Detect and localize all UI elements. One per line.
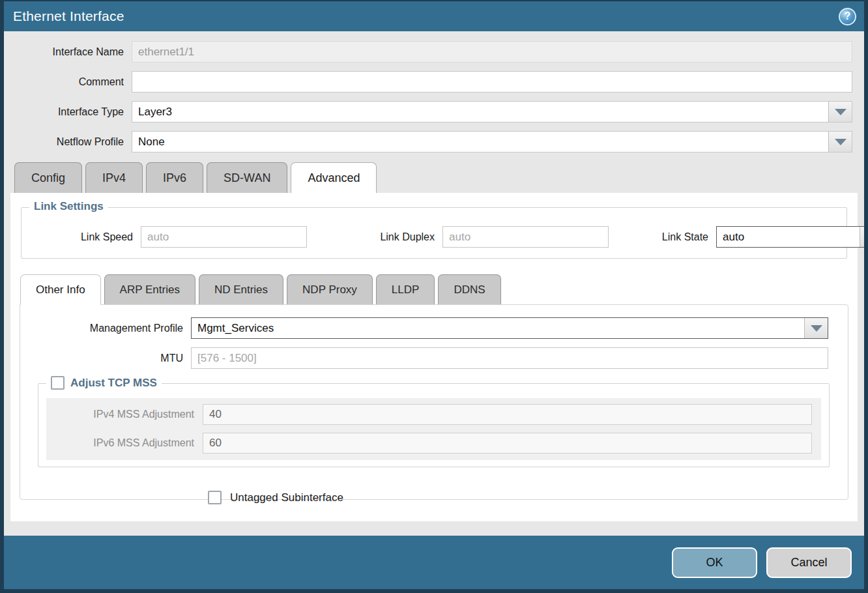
cancel-button[interactable]: Cancel xyxy=(766,547,852,578)
chevron-down-icon xyxy=(811,325,822,332)
netflow-profile-label: Netflow Profile xyxy=(4,136,132,148)
tab-advanced[interactable]: Advanced xyxy=(291,162,377,193)
netflow-profile-select[interactable]: None xyxy=(132,131,852,152)
link-settings-legend: Link Settings xyxy=(29,200,108,213)
ipv6-mss-input xyxy=(203,433,811,453)
mtu-input[interactable] xyxy=(192,348,828,368)
interface-name-label: Interface Name xyxy=(4,46,132,58)
subtab-arp-entries[interactable]: ARP Entries xyxy=(104,274,195,304)
sub-tab-bar: Other Info ARP Entries ND Entries NDP Pr… xyxy=(20,274,858,304)
management-profile-label: Management Profile xyxy=(20,323,191,334)
adjust-tcp-mss-legend-text: Adjust TCP MSS xyxy=(70,377,157,390)
link-duplex-input[interactable] xyxy=(443,227,608,247)
mtu-field-box xyxy=(191,347,828,369)
untagged-subinterface-row: Untagged Subinterface xyxy=(208,491,848,504)
link-speed-label: Link Speed xyxy=(22,231,141,243)
link-settings-legend-text: Link Settings xyxy=(34,200,104,213)
interface-name-row: Interface Name xyxy=(4,41,852,63)
ipv6-mss-label: IPv6 MSS Adjustment xyxy=(46,437,203,449)
dialog-footer: OK Cancel xyxy=(4,536,864,589)
ipv4-mss-label: IPv4 MSS Adjustment xyxy=(46,409,203,420)
interface-name-input xyxy=(132,42,852,62)
ethernet-interface-dialog: Ethernet Interface ? Interface Name Comm… xyxy=(0,0,868,593)
interface-name-field-box xyxy=(132,41,852,63)
tab-sdwan[interactable]: SD-WAN xyxy=(207,162,287,193)
link-state-label: Link State xyxy=(649,231,716,243)
advanced-tab-panel: Link Settings Link Speed Link Duplex Lin… xyxy=(10,193,858,521)
interface-type-dropdown-trigger[interactable] xyxy=(828,102,852,122)
link-duplex-label: Link Duplex xyxy=(338,231,442,243)
ipv4-mss-input xyxy=(203,405,811,424)
tab-ipv4[interactable]: IPv4 xyxy=(85,162,143,193)
link-state-dropdown-trigger[interactable] xyxy=(860,227,864,247)
management-profile-select[interactable]: Mgmt_Services xyxy=(191,317,828,339)
adjust-tcp-mss-fieldset: Adjust TCP MSS IPv4 MSS Adjustment IPv6 … xyxy=(38,383,830,467)
comment-field-box xyxy=(132,71,852,93)
mtu-label: MTU xyxy=(20,353,191,364)
link-speed-field-box xyxy=(141,226,307,248)
untagged-subinterface-label: Untagged Subinterface xyxy=(230,491,343,504)
management-profile-value: Mgmt_Services xyxy=(192,322,804,335)
subtab-lldp[interactable]: LLDP xyxy=(376,274,435,304)
chevron-down-icon xyxy=(835,139,846,145)
interface-type-row: Interface Type Layer3 xyxy=(4,101,852,123)
link-duplex-field-box xyxy=(442,226,609,248)
other-info-panel: Management Profile Mgmt_Services MTU xyxy=(20,304,848,500)
netflow-profile-row: Netflow Profile None xyxy=(4,131,852,152)
ipv4-mss-row: IPv4 MSS Adjustment xyxy=(46,404,812,425)
subtab-other-info[interactable]: Other Info xyxy=(20,274,101,305)
ipv6-mss-field-box xyxy=(203,433,812,454)
interface-type-value: Layer3 xyxy=(132,106,828,119)
adjust-tcp-mss-legend: Adjust TCP MSS xyxy=(46,376,162,390)
link-settings-row: Link Speed Link Duplex Link State auto xyxy=(22,226,840,248)
management-profile-dropdown-trigger[interactable] xyxy=(804,318,828,338)
comment-label: Comment xyxy=(4,76,132,88)
help-icon[interactable]: ? xyxy=(839,8,856,25)
ipv4-mss-field-box xyxy=(203,404,812,425)
link-speed-input[interactable] xyxy=(141,227,306,247)
subtab-ddns[interactable]: DDNS xyxy=(438,274,500,304)
comment-row: Comment xyxy=(4,71,852,93)
netflow-profile-value: None xyxy=(132,136,828,149)
ipv6-mss-row: IPv6 MSS Adjustment xyxy=(46,433,812,454)
adjust-tcp-mss-checkbox[interactable] xyxy=(51,376,65,390)
link-settings-fieldset: Link Settings Link Speed Link Duplex Lin… xyxy=(21,207,847,259)
tab-ipv6[interactable]: IPv6 xyxy=(146,162,203,193)
interface-type-label: Interface Type xyxy=(4,106,132,118)
chevron-down-icon xyxy=(835,109,846,115)
management-profile-row: Management Profile Mgmt_Services xyxy=(20,317,828,339)
comment-input[interactable] xyxy=(132,72,852,92)
dialog-titlebar: Ethernet Interface ? xyxy=(4,1,864,31)
netflow-profile-dropdown-trigger[interactable] xyxy=(828,132,852,152)
help-icon-glyph: ? xyxy=(845,10,851,22)
link-state-value: auto xyxy=(717,231,860,244)
subtab-ndp-proxy[interactable]: NDP Proxy xyxy=(287,274,373,304)
main-tab-bar: Config IPv4 IPv6 SD-WAN Advanced xyxy=(14,162,864,193)
mss-disabled-block: IPv4 MSS Adjustment IPv6 MSS Adjustment xyxy=(46,398,821,460)
ok-button[interactable]: OK xyxy=(672,547,757,578)
dialog-title: Ethernet Interface xyxy=(13,8,124,24)
interface-type-select[interactable]: Layer3 xyxy=(132,101,852,123)
mtu-row: MTU xyxy=(20,347,828,369)
untagged-subinterface-checkbox[interactable] xyxy=(208,491,222,504)
link-state-select[interactable]: auto xyxy=(716,226,864,248)
dialog-body: Interface Name Comment Interface Type La… xyxy=(4,31,864,536)
tab-config[interactable]: Config xyxy=(14,162,82,193)
subtab-nd-entries[interactable]: ND Entries xyxy=(199,274,283,304)
